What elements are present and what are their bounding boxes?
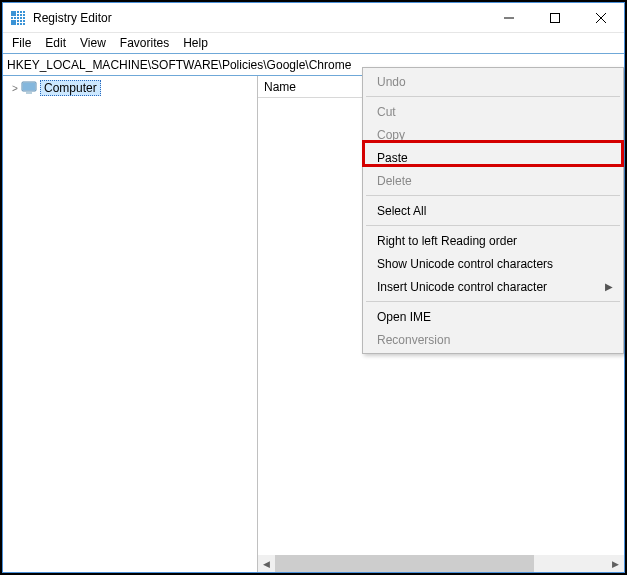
svg-rect-20 [551, 13, 560, 22]
cm-show-unicode[interactable]: Show Unicode control characters [365, 252, 621, 275]
svg-rect-17 [20, 23, 22, 25]
svg-rect-8 [14, 17, 16, 19]
scroll-right-icon[interactable]: ▶ [607, 555, 624, 572]
cm-insert-unicode-label: Insert Unicode control character [377, 280, 547, 294]
svg-rect-5 [20, 14, 22, 16]
computer-icon [21, 81, 37, 95]
cm-select-all-label: Select All [377, 204, 426, 218]
cm-copy: Copy [365, 123, 621, 146]
svg-rect-25 [26, 92, 32, 94]
menu-view[interactable]: View [73, 34, 113, 52]
cm-separator [366, 225, 620, 226]
menu-edit[interactable]: Edit [38, 34, 73, 52]
scroll-track[interactable] [275, 555, 607, 572]
menu-file[interactable]: File [5, 34, 38, 52]
cm-reconversion-label: Reconversion [377, 333, 450, 347]
cm-cut: Cut [365, 100, 621, 123]
svg-rect-4 [17, 14, 19, 16]
cm-undo: Undo [365, 70, 621, 93]
context-menu: Undo Cut Copy Paste Delete Select All Ri… [362, 67, 624, 354]
cm-copy-label: Copy [377, 128, 405, 142]
svg-rect-15 [23, 20, 25, 22]
cm-select-all[interactable]: Select All [365, 199, 621, 222]
svg-rect-9 [17, 17, 19, 19]
horizontal-scrollbar[interactable]: ◀ ▶ [258, 555, 624, 572]
menu-favorites[interactable]: Favorites [113, 34, 176, 52]
cm-rtl-label: Right to left Reading order [377, 234, 517, 248]
svg-rect-6 [23, 14, 25, 16]
svg-rect-13 [17, 20, 19, 22]
column-name[interactable]: Name [258, 80, 302, 94]
tree-node-label: Computer [40, 80, 101, 96]
window-title: Registry Editor [33, 11, 486, 25]
window-controls [486, 3, 624, 32]
cm-paste[interactable]: Paste [365, 146, 621, 169]
cm-separator [366, 195, 620, 196]
svg-rect-12 [11, 20, 16, 25]
svg-rect-1 [17, 11, 19, 13]
chevron-right-icon: ▶ [605, 281, 613, 292]
titlebar: Registry Editor [3, 3, 624, 33]
cm-open-ime-label: Open IME [377, 310, 431, 324]
window-frame: Registry Editor File Edit View Favorites… [0, 0, 627, 575]
svg-rect-16 [17, 23, 19, 25]
scroll-thumb[interactable] [275, 555, 534, 572]
svg-rect-11 [23, 17, 25, 19]
menubar: File Edit View Favorites Help [3, 33, 624, 53]
cm-separator [366, 96, 620, 97]
expander-icon[interactable]: > [9, 83, 21, 94]
svg-rect-7 [11, 17, 13, 19]
cm-cut-label: Cut [377, 105, 396, 119]
cm-separator [366, 301, 620, 302]
cm-insert-unicode[interactable]: Insert Unicode control character ▶ [365, 275, 621, 298]
cm-delete: Delete [365, 169, 621, 192]
close-button[interactable] [578, 3, 624, 32]
cm-open-ime[interactable]: Open IME [365, 305, 621, 328]
cm-rtl-reading[interactable]: Right to left Reading order [365, 229, 621, 252]
svg-rect-10 [20, 17, 22, 19]
cm-paste-label: Paste [377, 151, 408, 165]
scroll-left-icon[interactable]: ◀ [258, 555, 275, 572]
svg-rect-3 [23, 11, 25, 13]
svg-rect-24 [23, 83, 35, 90]
tree-pane[interactable]: > Computer [3, 76, 258, 572]
cm-delete-label: Delete [377, 174, 412, 188]
svg-rect-2 [20, 11, 22, 13]
cm-reconversion: Reconversion [365, 328, 621, 351]
minimize-button[interactable] [486, 3, 532, 32]
cm-show-unicode-label: Show Unicode control characters [377, 257, 553, 271]
menu-help[interactable]: Help [176, 34, 215, 52]
svg-rect-0 [11, 11, 16, 16]
cm-undo-label: Undo [377, 75, 406, 89]
app-icon [10, 10, 26, 26]
svg-rect-18 [23, 23, 25, 25]
tree-node-computer[interactable]: > Computer [5, 79, 255, 97]
maximize-button[interactable] [532, 3, 578, 32]
svg-rect-14 [20, 20, 22, 22]
